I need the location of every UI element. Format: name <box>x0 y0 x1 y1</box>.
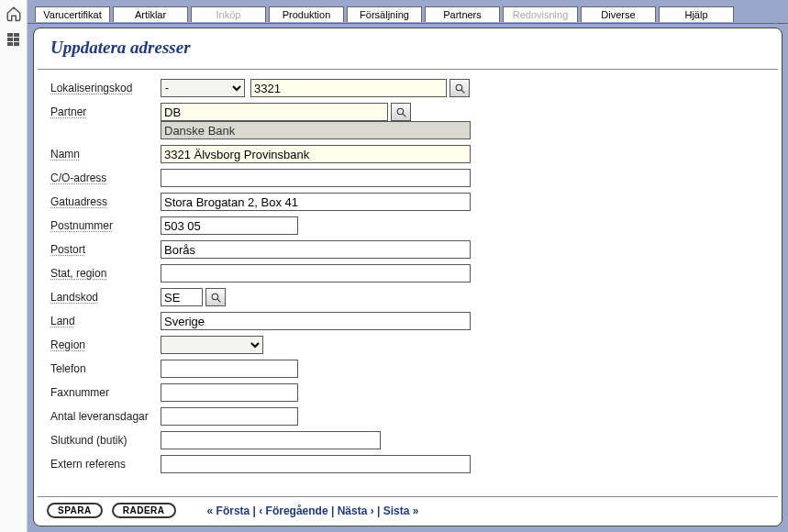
tab-varucertifikat[interactable]: Varucertifikat <box>35 6 110 22</box>
gatuadress-input[interactable] <box>161 193 471 211</box>
label-stat: Stat, region <box>50 267 161 280</box>
search-icon <box>210 292 222 304</box>
nav-last[interactable]: Sista » <box>383 504 419 517</box>
namn-input[interactable] <box>161 145 471 163</box>
main-area: Varucertifikat Artiklar Inköp Produktion… <box>28 0 788 532</box>
stat-input[interactable] <box>161 264 471 283</box>
landskod-lookup-button[interactable] <box>205 288 226 306</box>
lokaliseringskod-select[interactable]: - <box>161 79 245 97</box>
tab-produktion[interactable]: Produktion <box>269 6 344 22</box>
region-select[interactable] <box>161 336 263 354</box>
search-icon <box>454 83 466 94</box>
fax-input[interactable] <box>161 383 298 402</box>
lokaliseringskod-lookup-button[interactable] <box>449 79 470 97</box>
svg-line-3 <box>403 114 405 116</box>
content-wrap: Uppdatera adresser Lokaliseringskod - Pa… <box>28 24 788 532</box>
label-fax: Faxnummer <box>50 386 161 399</box>
form: Lokaliseringskod - Partner <box>34 70 782 496</box>
tab-redovisning: Redovisning <box>503 6 578 22</box>
partner-input[interactable] <box>161 103 388 121</box>
home-icon[interactable] <box>6 6 22 22</box>
land-input[interactable] <box>161 312 471 330</box>
nav-next[interactable]: Nästa › <box>338 504 374 517</box>
label-slutkund: Slutkund (butik) <box>50 434 161 447</box>
label-levdagar: Antal leveransdagar <box>50 410 161 423</box>
search-icon <box>395 106 407 118</box>
panel: Uppdatera adresser Lokaliseringskod - Pa… <box>33 28 782 526</box>
svg-line-1 <box>461 90 464 93</box>
page-title: Uppdatera adresser <box>38 28 778 70</box>
tab-forsaljning[interactable]: Försäljning <box>347 6 422 22</box>
extern-input[interactable] <box>161 455 471 473</box>
svg-line-5 <box>217 299 220 302</box>
label-postort: Postort <box>50 243 161 256</box>
partner-display <box>161 121 471 139</box>
label-extern: Extern referens <box>50 458 161 471</box>
nav-first[interactable]: « Första <box>207 504 250 517</box>
tab-inkop: Inköp <box>191 6 266 22</box>
nav-links: « Första | ‹ Föregående | Nästa › | Sist… <box>207 504 419 517</box>
label-region: Region <box>50 338 161 351</box>
lokaliseringskod-input[interactable] <box>250 79 447 97</box>
postnummer-input[interactable] <box>161 216 298 235</box>
delete-button[interactable]: RADERA <box>112 503 176 518</box>
footer: SPARA RADERA « Första | ‹ Föregående | N… <box>38 496 778 526</box>
partner-lookup-button[interactable] <box>391 103 411 121</box>
tab-hjalp[interactable]: Hjälp <box>659 6 734 22</box>
tab-bar: Varucertifikat Artiklar Inköp Produktion… <box>28 0 788 24</box>
svg-point-2 <box>397 108 404 115</box>
postort-input[interactable] <box>161 240 471 259</box>
label-telefon: Telefon <box>50 362 161 375</box>
label-landskod: Landskod <box>50 291 161 304</box>
label-gatuadress: Gatuadress <box>50 195 161 208</box>
left-sidebar <box>0 0 28 532</box>
save-button[interactable]: SPARA <box>47 503 103 518</box>
label-partner: Partner <box>50 105 161 118</box>
tab-artiklar[interactable]: Artiklar <box>113 6 188 22</box>
label-namn: Namn <box>50 148 161 161</box>
telefon-input[interactable] <box>161 360 298 378</box>
nav-prev[interactable]: ‹ Föregående <box>259 504 327 517</box>
svg-point-4 <box>212 294 218 300</box>
co-input[interactable] <box>161 169 471 187</box>
label-postnummer: Postnummer <box>50 219 161 232</box>
label-co: C/O-adress <box>50 172 161 184</box>
label-lokaliseringskod: Lokaliseringskod <box>50 82 161 94</box>
tab-partners[interactable]: Partners <box>425 6 500 22</box>
label-land: Land <box>50 315 161 327</box>
svg-point-0 <box>456 84 462 91</box>
slutkund-input[interactable] <box>161 431 381 449</box>
landskod-input[interactable] <box>161 288 203 306</box>
tab-diverse[interactable]: Diverse <box>581 6 656 22</box>
grid-icon[interactable] <box>7 33 20 46</box>
levdagar-input[interactable] <box>161 407 298 426</box>
